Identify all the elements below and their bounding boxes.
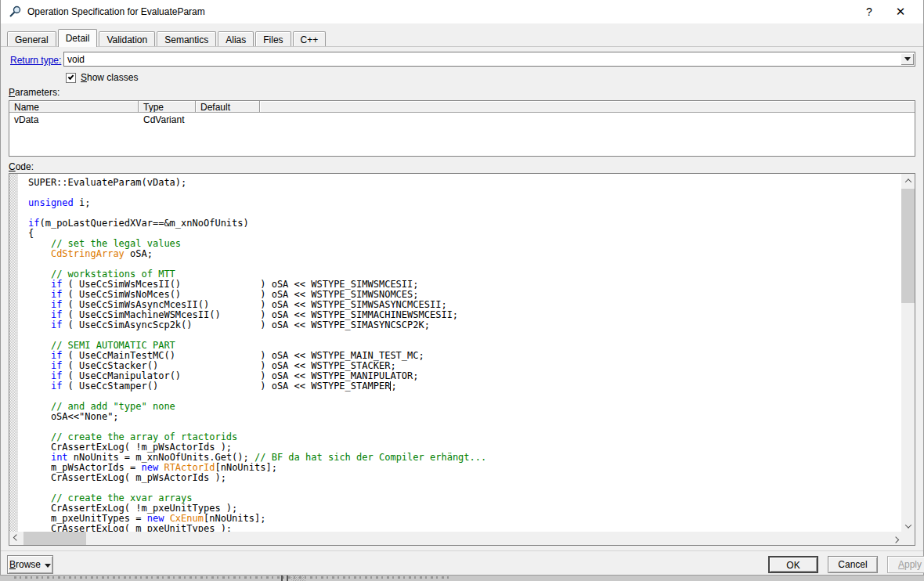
apply-button-label: Apply xyxy=(898,559,922,570)
tab-detail[interactable]: Detail xyxy=(58,29,98,47)
code-line: // and add "type" none xyxy=(28,402,902,412)
column-header[interactable] xyxy=(260,101,915,112)
clipped-mark xyxy=(287,576,288,581)
column-header[interactable]: Name xyxy=(9,101,139,112)
column-header[interactable]: Default xyxy=(196,101,260,112)
return-type-combobox[interactable]: void xyxy=(63,52,915,67)
cancel-button[interactable]: Cancel xyxy=(828,556,878,573)
code-line: unsigned i; xyxy=(28,198,902,208)
return-type-dropdown-button[interactable] xyxy=(901,53,914,65)
code-line: oSA<<"None"; xyxy=(28,412,902,422)
return-type-value: void xyxy=(67,54,85,65)
code-label: Code: xyxy=(9,161,34,172)
show-classes-label: Show classes xyxy=(81,72,138,83)
help-button[interactable]: ? xyxy=(856,0,882,23)
footer-separator xyxy=(1,550,923,551)
vertical-scrollbar-thumb[interactable] xyxy=(901,189,915,303)
horizontal-scrollbar-thumb[interactable] xyxy=(23,532,86,545)
scroll-up-button[interactable] xyxy=(901,174,915,187)
browse-button[interactable]: Browse xyxy=(7,555,53,574)
code-line: if ( UseCcStamper() ) oSA << WSTYPE_STAM… xyxy=(28,381,902,392)
code-line xyxy=(28,188,902,198)
chevron-down-icon xyxy=(45,564,51,568)
parameters-table[interactable]: NameTypeDefault vDataCdVariant xyxy=(9,100,915,157)
checkmark-icon xyxy=(68,74,74,80)
parameters-table-header: NameTypeDefault xyxy=(9,101,915,113)
window-title: Operation Specification for EvaluatePara… xyxy=(27,6,205,17)
close-button[interactable]: ✕ xyxy=(887,0,914,23)
return-type-link[interactable]: Return type: xyxy=(10,55,61,66)
chevron-right-icon xyxy=(892,536,898,543)
tab-files[interactable]: Files xyxy=(255,31,291,46)
chevron-left-icon xyxy=(13,534,19,540)
chevron-down-icon xyxy=(904,57,911,61)
code-line: CdStringArray oSA; xyxy=(28,249,902,259)
code-line: SUPER::EvaluateParam(vData); xyxy=(28,178,902,188)
code-selection-margin[interactable] xyxy=(9,174,18,532)
background-window-sliver xyxy=(0,576,924,581)
code-line: if(m_poLastQueriedXVar==&m_xnNoOfUnits) xyxy=(28,218,902,229)
vertical-scrollbar[interactable] xyxy=(901,174,915,532)
clipped-hatch-mark xyxy=(291,576,305,581)
column-header[interactable]: Type xyxy=(139,101,196,112)
browse-button-label: Browse xyxy=(9,559,41,570)
clipped-mark xyxy=(281,576,283,581)
show-classes-checkbox[interactable] xyxy=(66,73,76,83)
code-editor: SUPER::EvaluateParam(vData); unsigned i;… xyxy=(9,173,915,546)
parameter-row[interactable]: vDataCdVariant xyxy=(9,113,915,125)
magnifier-icon xyxy=(9,5,21,18)
chevron-up-icon xyxy=(904,179,911,185)
tab-general[interactable]: General xyxy=(7,31,56,46)
tab-strip: GeneralDetailValidationSemanticsAliasFil… xyxy=(1,30,923,47)
ok-button[interactable]: OK xyxy=(768,556,818,573)
parameters-label: Parameters: xyxy=(9,87,60,98)
tab-validation[interactable]: Validation xyxy=(99,31,155,46)
scroll-left-button[interactable] xyxy=(9,532,23,545)
code-line: CrAssertExLog( m_pxeUnitTypes ); xyxy=(28,524,902,532)
parameter-cell: vData xyxy=(9,113,139,125)
tab-alias[interactable]: Alias xyxy=(218,31,254,46)
parameter-cell xyxy=(196,113,260,125)
operation-specification-dialog: Operation Specification for EvaluatePara… xyxy=(0,0,924,576)
code-line: // set the legal values xyxy=(28,239,902,249)
code-line: CrAssertExLog( m_pWsActorIds ); xyxy=(28,473,902,483)
scroll-right-button[interactable] xyxy=(889,532,902,545)
title-bar[interactable]: Operation Specification for EvaluatePara… xyxy=(1,0,923,23)
tab-semantics[interactable]: Semantics xyxy=(157,31,216,46)
parameters-table-body: vDataCdVariant xyxy=(9,113,915,125)
code-line: if ( UseCcSimAsyncScp2k() ) oSA << WSTYP… xyxy=(28,320,902,330)
horizontal-scrollbar[interactable] xyxy=(9,532,902,545)
apply-button: Apply xyxy=(887,556,924,573)
scroll-down-button[interactable] xyxy=(901,519,915,532)
scrollbar-corner xyxy=(901,532,915,545)
tab-c[interactable]: C++ xyxy=(293,31,327,46)
parameter-cell: CdVariant xyxy=(139,113,196,125)
clipped-text-marks xyxy=(14,576,453,579)
code-text-area[interactable]: SUPER::EvaluateParam(vData); unsigned i;… xyxy=(19,174,902,532)
chevron-down-icon xyxy=(904,521,911,528)
show-classes-row: Show classes xyxy=(66,72,138,83)
parameter-cell xyxy=(260,113,915,125)
